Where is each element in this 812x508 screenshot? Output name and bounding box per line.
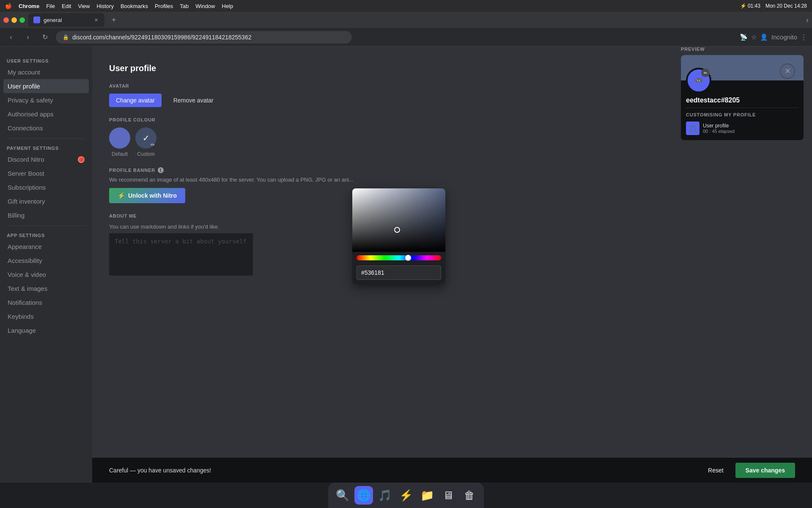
tab-expand-btn[interactable]: › <box>806 16 809 25</box>
address-bar-row: ‹ › ↻ 🔒 discord.com/channels/92249118030… <box>0 28 812 47</box>
sidebar-label-subscriptions: Subscriptions <box>8 184 46 191</box>
menu-file[interactable]: File <box>46 3 55 9</box>
sidebar-item-authorised-apps[interactable]: Authorised apps <box>3 107 89 121</box>
sidebar-label-billing: Billing <box>8 212 25 219</box>
colour-option-custom[interactable]: ✏ Custom <box>135 127 156 157</box>
dock-music[interactable]: 🎵 <box>376 486 394 505</box>
dock-trash[interactable]: 🗑 <box>460 486 479 505</box>
gradient-dark <box>352 188 445 252</box>
sidebar-item-user-profile[interactable]: User profile <box>3 79 89 93</box>
profile-banner-label-text: PROFILE BANNER <box>109 168 155 173</box>
hue-slider[interactable] <box>357 255 441 260</box>
url-text: discord.com/channels/922491180309159986/… <box>72 34 251 41</box>
hex-color-input[interactable] <box>357 265 441 280</box>
active-tab[interactable]: general ✕ <box>28 13 104 27</box>
cast-icon: 📡 <box>740 33 748 41</box>
sidebar-item-subscriptions[interactable]: Subscriptions <box>3 180 89 194</box>
colour-option-default[interactable]: Default <box>109 127 130 157</box>
close-icon: ✕ <box>785 66 791 76</box>
minimize-window-btn[interactable] <box>11 17 17 23</box>
default-colour-swatch[interactable] <box>109 127 130 149</box>
sidebar-item-gift-inventory[interactable]: Gift inventory <box>3 194 89 208</box>
sidebar-label-privacy-safety: Privacy & safety <box>8 97 53 104</box>
menu-edit[interactable]: Edit <box>62 3 71 9</box>
sidebar-item-accessibility[interactable]: Accessibility <box>3 254 89 268</box>
custom-colour-swatch[interactable]: ✏ <box>135 127 156 149</box>
section-app-settings: APP SETTINGS <box>3 229 89 240</box>
preview-username: eedtestacc#8205 <box>681 97 804 108</box>
preview-label: PREVIEW <box>681 47 804 52</box>
sidebar-label-user-profile: User profile <box>8 83 40 90</box>
unlock-nitro-btn[interactable]: ⚡ Unlock with Nitro <box>109 188 185 203</box>
sidebar-item-keybinds[interactable]: Keybinds <box>3 309 89 323</box>
traffic-lights[interactable] <box>3 17 25 23</box>
sidebar-label-text-images: Text & images <box>8 285 47 292</box>
sidebar-label-authorised-apps: Authorised apps <box>8 110 53 118</box>
dock-terminal[interactable]: 🖥 <box>439 486 458 505</box>
dock-nitro[interactable]: ⚡ <box>397 486 415 505</box>
apple-icon[interactable]: 🍎 <box>5 3 12 9</box>
about-me-label: ABOUT ME <box>109 213 795 218</box>
preview-edit-btn[interactable]: ✏ <box>701 69 710 77</box>
menu-profiles[interactable]: Profiles <box>155 3 173 9</box>
activity-icon: 🎵 <box>686 121 700 135</box>
bookmark-icon[interactable]: ☆ <box>751 33 757 41</box>
menu-history[interactable]: History <box>96 3 113 9</box>
sidebar-label-accessibility: Accessibility <box>8 257 42 264</box>
color-picker-gradient[interactable] <box>352 188 445 252</box>
sidebar-item-text-images[interactable]: Text & images <box>3 282 89 295</box>
section-payment-settings: PAYMENT SETTINGS <box>3 142 89 152</box>
tab-close-btn[interactable]: ✕ <box>93 17 99 23</box>
about-me-textarea[interactable] <box>109 233 253 276</box>
menu-bookmarks[interactable]: Bookmarks <box>121 3 148 9</box>
dock-finder[interactable]: 🔍 <box>333 486 352 505</box>
sidebar-item-language[interactable]: Language <box>3 323 89 337</box>
sidebar-item-my-account[interactable]: My account <box>3 65 89 79</box>
more-btn[interactable]: ⋮ <box>801 33 807 41</box>
preview-activity-section-title: CUSTOMISING MY PROFILE <box>681 108 804 120</box>
new-tab-btn[interactable]: + <box>108 14 120 26</box>
menu-tab[interactable]: Tab <box>180 3 189 9</box>
sidebar-item-notifications[interactable]: Notifications <box>3 295 89 309</box>
menu-view[interactable]: View <box>78 3 90 9</box>
close-settings-btn[interactable]: ✕ <box>780 64 795 79</box>
sidebar-item-voice-video[interactable]: Voice & video <box>3 268 89 282</box>
close-window-btn[interactable] <box>3 17 9 23</box>
mac-dock: 🔍 🌐 🎵 ⚡ 📁 🖥 🗑 <box>328 483 484 508</box>
gradient-cursor <box>394 227 400 233</box>
about-me-section: ABOUT ME You can use markdown and links … <box>109 213 795 277</box>
reset-btn[interactable]: Reset <box>703 464 729 477</box>
fullscreen-window-btn[interactable] <box>19 17 25 23</box>
main-container: USER SETTINGS My account User profile Pr… <box>0 47 812 483</box>
save-changes-btn[interactable]: Save changes <box>735 463 795 478</box>
divider-2 <box>7 226 85 226</box>
gradient-main <box>352 188 445 252</box>
dock-files[interactable]: 📁 <box>418 486 436 505</box>
divider-1 <box>7 138 85 139</box>
default-colour-label: Default <box>112 151 128 157</box>
change-avatar-btn[interactable]: Change avatar <box>109 94 162 107</box>
remove-avatar-btn[interactable]: Remove avatar <box>167 94 220 107</box>
section-user-settings: USER SETTINGS <box>3 55 89 65</box>
sidebar-item-connections[interactable]: Connections <box>3 121 89 135</box>
address-input[interactable]: 🔒 discord.com/channels/92249118030915998… <box>56 31 352 44</box>
unsaved-changes-warning: Careful — you have unsaved changes! <box>109 467 696 474</box>
refresh-btn[interactable]: ↻ <box>39 31 51 43</box>
color-picker-popup <box>352 188 445 284</box>
sidebar-item-privacy-safety[interactable]: Privacy & safety <box>3 93 89 107</box>
menu-help[interactable]: Help <box>222 3 233 9</box>
address-bar-actions: 📡 ☆ 👤 Incognito ⋮ <box>740 33 807 41</box>
sidebar-item-discord-nitro[interactable]: Discord Nitro 🔴 <box>3 152 89 166</box>
hue-slider-container <box>352 252 445 264</box>
forward-btn[interactable]: › <box>22 31 34 43</box>
sidebar-item-appearance[interactable]: Appearance <box>3 240 89 254</box>
back-btn[interactable]: ‹ <box>5 31 17 43</box>
nitro-badge: 🔴 <box>78 156 85 163</box>
sidebar-item-billing[interactable]: Billing <box>3 208 89 222</box>
custom-colour-label: Custom <box>137 151 154 157</box>
sidebar-label-my-account: My account <box>8 69 40 76</box>
sidebar-item-server-boost[interactable]: Server Boost <box>3 166 89 180</box>
dock-chrome[interactable]: 🌐 <box>354 486 373 505</box>
lock-icon: 🔒 <box>63 34 69 40</box>
menu-window[interactable]: Window <box>195 3 215 9</box>
